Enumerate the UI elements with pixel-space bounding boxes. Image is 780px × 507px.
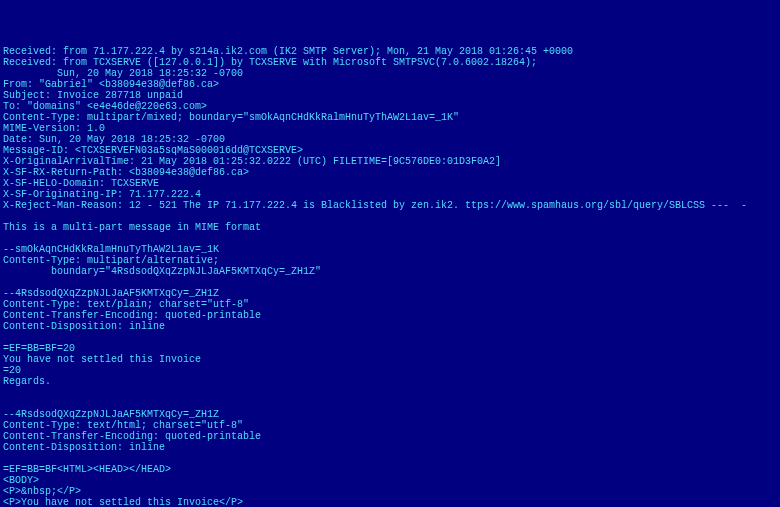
source-line <box>3 398 777 409</box>
source-line: From: "Gabriel" <b38094e38@def86.ca> <box>3 79 777 90</box>
source-line: =20 <box>3 365 777 376</box>
source-line: Content-Type: multipart/alternative; <box>3 255 777 266</box>
source-line: <BODY> <box>3 475 777 486</box>
source-line: Subject: Invoice 287718 unpaid <box>3 90 777 101</box>
source-line: Date: Sun, 20 May 2018 18:25:32 -0700 <box>3 134 777 145</box>
raw-email-source: Received: from 71.177.222.4 by s214a.ik2… <box>3 46 777 507</box>
source-line: Received: from TCXSERVE ([127.0.0.1]) by… <box>3 57 777 68</box>
source-line: X-SF-HELO-Domain: TCXSERVE <box>3 178 777 189</box>
source-line <box>3 211 777 222</box>
source-line <box>3 277 777 288</box>
source-line: X-SF-RX-Return-Path: <b38094e38@def86.ca… <box>3 167 777 178</box>
source-line: =EF=BB=BF=20 <box>3 343 777 354</box>
source-line <box>3 387 777 398</box>
source-line: Message-ID: <TCXSERVEFN03a5sqMaS000016dd… <box>3 145 777 156</box>
source-line: X-Reject-Man-Reason: 12 - 521 The IP 71.… <box>3 200 777 211</box>
source-line: --4RsdsodQXqZzpNJLJaAF5KMTXqCy=_ZH1Z <box>3 288 777 299</box>
source-line <box>3 233 777 244</box>
source-line: boundary="4RsdsodQXqZzpNJLJaAF5KMTXqCy=_… <box>3 266 777 277</box>
source-line: Content-Type: text/plain; charset="utf-8… <box>3 299 777 310</box>
source-line: Content-Type: text/html; charset="utf-8" <box>3 420 777 431</box>
source-line: <P>&nbsp;</P> <box>3 486 777 497</box>
source-line: You have not settled this Invoice <box>3 354 777 365</box>
source-line: X-SF-Originating-IP: 71.177.222.4 <box>3 189 777 200</box>
source-line: Sun, 20 May 2018 18:25:32 -0700 <box>3 68 777 79</box>
source-line: Content-Type: multipart/mixed; boundary=… <box>3 112 777 123</box>
source-line: Content-Transfer-Encoding: quoted-printa… <box>3 310 777 321</box>
source-line: Received: from 71.177.222.4 by s214a.ik2… <box>3 46 777 57</box>
source-line <box>3 332 777 343</box>
source-line: <P>You have not settled this Invoice</P> <box>3 497 777 507</box>
source-line: X-OriginalArrivalTime: 21 May 2018 01:25… <box>3 156 777 167</box>
source-line <box>3 453 777 464</box>
source-line: Content-Transfer-Encoding: quoted-printa… <box>3 431 777 442</box>
source-line: MIME-Version: 1.0 <box>3 123 777 134</box>
source-line: This is a multi-part message in MIME for… <box>3 222 777 233</box>
source-line: Content-Disposition: inline <box>3 442 777 453</box>
source-line: To: "domains" <e4e46de@220e63.com> <box>3 101 777 112</box>
source-line: Regards. <box>3 376 777 387</box>
source-line: =EF=BB=BF<HTML><HEAD></HEAD> <box>3 464 777 475</box>
source-line: Content-Disposition: inline <box>3 321 777 332</box>
source-line: --smOkAqnCHdKkRalmHnuTyThAW2L1av=_1K <box>3 244 777 255</box>
source-line: --4RsdsodQXqZzpNJLJaAF5KMTXqCy=_ZH1Z <box>3 409 777 420</box>
